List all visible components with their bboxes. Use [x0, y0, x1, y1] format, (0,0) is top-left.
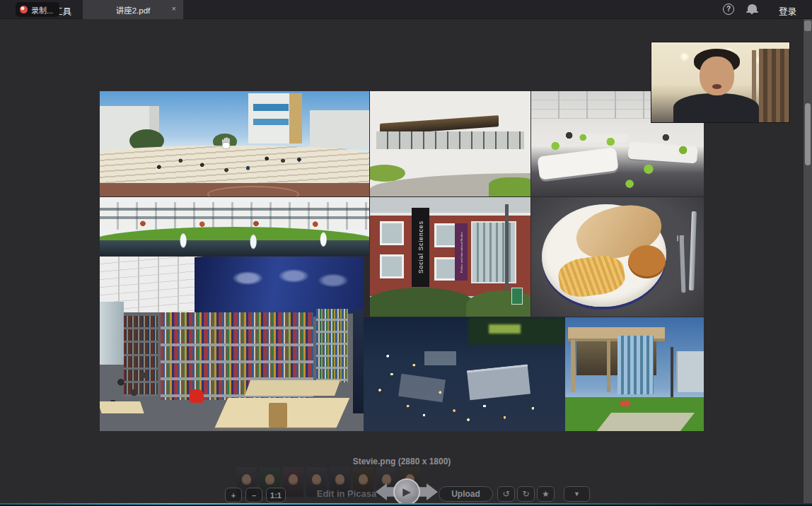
dropdown-icon[interactable]: ▼	[564, 486, 590, 502]
rotate-right-icon[interactable]: ↻	[517, 486, 535, 502]
star-icon[interactable]: ★	[537, 486, 555, 502]
top-bar: 工具 录制... 讲座2.pdf × ? 登录	[0, 0, 812, 19]
photo-aerial-campus-night	[364, 317, 565, 431]
photo-modern-building	[370, 91, 530, 196]
help-icon[interactable]: ?	[723, 4, 734, 15]
photo-social-sciences-building: Social Sciences Politics and Internation…	[370, 197, 530, 317]
knife	[689, 211, 697, 290]
slideshow-nav: ▶	[376, 478, 438, 505]
fountains	[100, 197, 369, 256]
zoom-out-button[interactable]: –	[245, 488, 262, 502]
scrollbar-track[interactable]	[804, 19, 812, 506]
social-sciences-banner: Social Sciences	[412, 208, 429, 287]
presenter-face	[700, 57, 734, 95]
scrollbar-thumb[interactable]	[805, 103, 811, 165]
rotate-left-icon[interactable]: ↺	[497, 486, 515, 502]
tab-title: 讲座2.pdf	[116, 4, 151, 16]
curtain	[759, 49, 789, 122]
record-icon	[20, 6, 28, 13]
photo-library-interior	[100, 257, 364, 431]
students-on-steps	[100, 91, 369, 196]
webcam-video-overlay[interactable]	[651, 42, 789, 122]
upload-button[interactable]: Upload	[439, 486, 493, 502]
tab-lecture-pdf[interactable]: 讲座2.pdf ×	[83, 0, 183, 19]
login-button[interactable]: 登录	[779, 4, 796, 18]
photo-amphitheatre	[100, 91, 369, 196]
record-label: 录制...	[31, 4, 53, 16]
actual-size-button[interactable]: 1:1	[266, 488, 286, 502]
play-slideshow-button[interactable]: ▶	[393, 478, 420, 505]
notification-bell-icon[interactable]	[748, 4, 757, 12]
hand-cursor-icon	[221, 136, 233, 153]
politics-banner: Politics and International Studies	[455, 223, 468, 281]
tab-close-icon[interactable]: ×	[172, 4, 176, 13]
fork	[679, 235, 685, 293]
image-caption: Stevie.png (2880 x 1800)	[0, 457, 804, 466]
photo-glass-building	[565, 317, 704, 431]
record-button[interactable]: 录制...	[16, 2, 59, 17]
zoom-in-button[interactable]: +	[225, 488, 242, 502]
photo-food-tray	[531, 197, 704, 317]
campus-lights	[364, 317, 565, 431]
photo-campus-panorama	[100, 197, 369, 256]
scrollbar-top-cap[interactable]	[804, 20, 811, 31]
